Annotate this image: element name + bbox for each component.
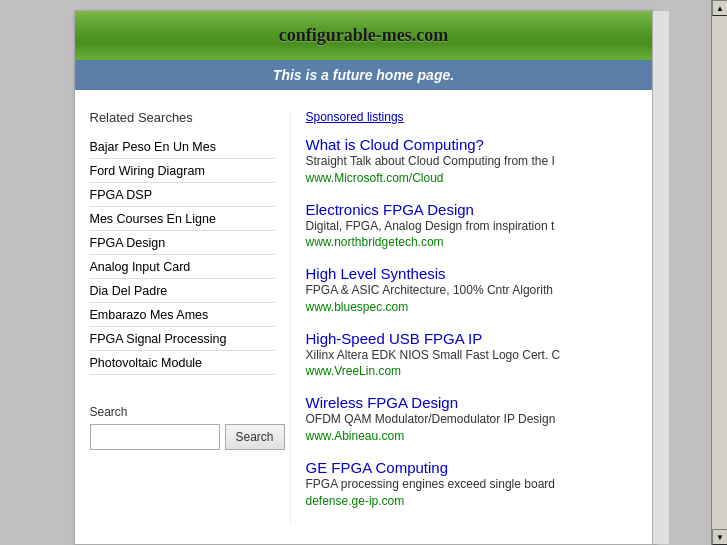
related-link[interactable]: Ford Wiring Diagram: [90, 164, 205, 178]
ads-container: What is Cloud Computing?Straight Talk ab…: [306, 136, 638, 508]
ad-description: FPGA processing engines exceed single bo…: [306, 477, 586, 493]
ad-url: www.bluespec.com: [306, 300, 638, 314]
search-row: Search: [90, 424, 275, 450]
related-list-item: FPGA Signal Processing: [90, 327, 275, 351]
ad-title-link[interactable]: Wireless FPGA Design: [306, 394, 459, 411]
related-link[interactable]: Mes Courses En Ligne: [90, 212, 216, 226]
related-link[interactable]: Dia Del Padre: [90, 284, 168, 298]
related-list-item: FPGA Design: [90, 231, 275, 255]
browser-frame: configurable-mes.com This is a future ho…: [74, 10, 654, 545]
related-list-item: Embarazo Mes Ames: [90, 303, 275, 327]
ad-description: FPGA & ASIC Architecture, 100% Cntr Algo…: [306, 283, 586, 299]
ad-description: OFDM QAM Modulator/Demodulator IP Design: [306, 412, 586, 428]
ad-title: GE FPGA Computing: [306, 459, 638, 476]
ad-item: High Level SynthesisFPGA & ASIC Architec…: [306, 265, 638, 314]
scroll-track: [655, 27, 669, 528]
related-link[interactable]: FPGA Signal Processing: [90, 332, 227, 346]
ad-title-link[interactable]: High-Speed USB FPGA IP: [306, 330, 483, 347]
ad-title-link[interactable]: High Level Synthesis: [306, 265, 446, 282]
ad-title: High Level Synthesis: [306, 265, 638, 282]
site-title: configurable-mes.com: [279, 25, 448, 45]
ad-url: www.Microsoft.com/Cloud: [306, 171, 638, 185]
scroll-thumb[interactable]: [656, 37, 669, 77]
ad-title: High-Speed USB FPGA IP: [306, 330, 638, 347]
related-list-item: FPGA DSP: [90, 183, 275, 207]
ad-description: Xilinx Altera EDK NIOS Small Fast Logo C…: [306, 348, 586, 364]
ad-url: www.VreeLin.com: [306, 364, 638, 378]
site-header: configurable-mes.com: [75, 11, 653, 60]
ad-item: What is Cloud Computing?Straight Talk ab…: [306, 136, 638, 185]
right-column: Sponsored listings What is Cloud Computi…: [290, 110, 638, 524]
related-link[interactable]: FPGA DSP: [90, 188, 153, 202]
ad-item: GE FPGA ComputingFPGA processing engines…: [306, 459, 638, 508]
left-column: Related Searches Bajar Peso En Un MesFor…: [90, 110, 290, 524]
related-list-item: Photovoltaic Module: [90, 351, 275, 375]
tagline-text: This is a future home page.: [273, 67, 454, 83]
search-label: Search: [90, 405, 275, 419]
related-link[interactable]: FPGA Design: [90, 236, 166, 250]
related-list-item: Analog Input Card: [90, 255, 275, 279]
ad-url: www.Abineau.com: [306, 429, 638, 443]
scrollbar: ▲ ▼: [654, 11, 669, 544]
related-link[interactable]: Photovoltaic Module: [90, 356, 203, 370]
ad-title: Electronics FPGA Design: [306, 201, 638, 218]
scroll-down-arrow[interactable]: ▼: [654, 528, 669, 544]
outer-scrollbar: ▲ ▼: [711, 0, 727, 545]
related-list-item: Mes Courses En Ligne: [90, 207, 275, 231]
related-searches-list: Bajar Peso En Un MesFord Wiring DiagramF…: [90, 135, 275, 375]
ad-description: Straight Talk about Cloud Computing from…: [306, 154, 586, 170]
related-link[interactable]: Embarazo Mes Ames: [90, 308, 209, 322]
outer-scroll-track: [712, 16, 727, 529]
related-list-item: Dia Del Padre: [90, 279, 275, 303]
ad-title-link[interactable]: What is Cloud Computing?: [306, 136, 484, 153]
outer-scroll-down[interactable]: ▼: [712, 529, 727, 545]
main-content: Related Searches Bajar Peso En Un MesFor…: [75, 90, 653, 544]
ad-title: What is Cloud Computing?: [306, 136, 638, 153]
related-link[interactable]: Analog Input Card: [90, 260, 191, 274]
ad-title-link[interactable]: GE FPGA Computing: [306, 459, 449, 476]
related-link[interactable]: Bajar Peso En Un Mes: [90, 140, 216, 154]
ad-url: www.northbridgetech.com: [306, 235, 638, 249]
ad-title: Wireless FPGA Design: [306, 394, 638, 411]
related-list-item: Ford Wiring Diagram: [90, 159, 275, 183]
search-input[interactable]: [90, 424, 220, 450]
scroll-up-arrow[interactable]: ▲: [654, 11, 669, 27]
ad-item: Wireless FPGA DesignOFDM QAM Modulator/D…: [306, 394, 638, 443]
related-list-item: Bajar Peso En Un Mes: [90, 135, 275, 159]
ad-title-link[interactable]: Electronics FPGA Design: [306, 201, 474, 218]
search-button[interactable]: Search: [225, 424, 285, 450]
ad-description: Digital, FPGA, Analog Design from inspir…: [306, 219, 586, 235]
tagline-bar: This is a future home page.: [75, 60, 653, 90]
ad-item: High-Speed USB FPGA IPXilinx Altera EDK …: [306, 330, 638, 379]
ad-url: defense.ge-ip.com: [306, 494, 638, 508]
search-section: Search Search: [90, 405, 275, 450]
related-searches-title: Related Searches: [90, 110, 275, 125]
ad-item: Electronics FPGA DesignDigital, FPGA, An…: [306, 201, 638, 250]
sponsored-listings-link[interactable]: Sponsored listings: [306, 110, 638, 124]
outer-scroll-up[interactable]: ▲: [712, 0, 727, 16]
